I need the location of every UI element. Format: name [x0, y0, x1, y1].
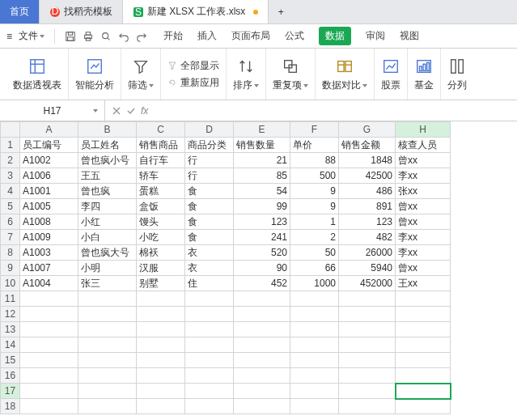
cell[interactable]: 42500 [339, 168, 396, 184]
cell[interactable]: 商品分类 [185, 138, 234, 153]
ribbon-tab-formula[interactable]: 公式 [285, 29, 304, 43]
cell[interactable]: 员工编号 [20, 138, 78, 153]
file-menu[interactable]: 文件 [19, 29, 44, 43]
cell[interactable] [78, 399, 137, 414]
cell[interactable] [234, 399, 290, 414]
cell[interactable]: 88 [290, 153, 339, 168]
undo-icon[interactable] [118, 31, 129, 42]
cell[interactable]: A1005 [20, 199, 78, 214]
cell[interactable]: 棉袄 [137, 245, 185, 261]
column-header[interactable]: E [234, 122, 290, 138]
row-header[interactable]: 1 [1, 138, 20, 153]
cell[interactable] [20, 307, 78, 322]
hamburger-menu[interactable]: ≡ [6, 31, 12, 42]
cell[interactable] [185, 337, 234, 353]
row-header[interactable]: 13 [1, 322, 20, 337]
cell[interactable] [234, 322, 290, 337]
cell[interactable] [396, 291, 451, 307]
cell[interactable]: 销售商品 [137, 138, 185, 153]
cell[interactable]: 小红 [78, 214, 137, 230]
cell[interactable]: 李xx [396, 245, 451, 261]
cell[interactable]: A1006 [20, 168, 78, 184]
cell[interactable]: 曾xx [396, 199, 451, 214]
formula-input[interactable] [153, 105, 274, 117]
cell[interactable]: A1004 [20, 276, 78, 291]
cell[interactable]: 员工姓名 [78, 138, 137, 153]
split-column-button[interactable]: 分列 [441, 49, 473, 100]
cell[interactable] [137, 399, 185, 414]
row-header[interactable]: 10 [1, 276, 20, 291]
cell[interactable] [20, 368, 78, 384]
cell[interactable] [137, 368, 185, 384]
cell[interactable]: 别墅 [137, 276, 185, 291]
preview-icon[interactable] [100, 31, 112, 42]
row-header[interactable]: 14 [1, 337, 20, 353]
cell[interactable] [396, 353, 451, 368]
tab-document[interactable]: S 新建 XLSX 工作表.xlsx [123, 0, 269, 23]
sort-button[interactable]: 排序 [227, 49, 266, 100]
cell[interactable] [234, 353, 290, 368]
cell[interactable]: 486 [339, 184, 396, 199]
cell[interactable]: 食 [185, 184, 234, 199]
fund-button[interactable]: 基金 [408, 49, 441, 100]
cell[interactable] [20, 337, 78, 353]
cell[interactable]: 汉服 [137, 261, 185, 276]
cell[interactable]: 曾xx [396, 153, 451, 168]
cell[interactable]: A1002 [20, 153, 78, 168]
cell[interactable]: 482 [339, 230, 396, 245]
cell[interactable] [78, 291, 137, 307]
cell[interactable] [339, 307, 396, 322]
row-header[interactable]: 6 [1, 214, 20, 230]
cell[interactable] [290, 337, 339, 353]
cell[interactable]: 小吃 [137, 230, 185, 245]
column-header[interactable]: B [78, 122, 137, 138]
dedup-button[interactable]: 重复项 [266, 49, 316, 100]
cell[interactable]: 891 [339, 199, 396, 214]
cell[interactable] [290, 291, 339, 307]
cell[interactable] [78, 337, 137, 353]
cell[interactable]: 9 [290, 184, 339, 199]
cell[interactable] [396, 399, 451, 414]
row-header[interactable]: 2 [1, 153, 20, 168]
cell[interactable]: 李四 [78, 199, 137, 214]
cell[interactable] [290, 353, 339, 368]
row-header[interactable]: 9 [1, 261, 20, 276]
cell[interactable]: A1001 [20, 184, 78, 199]
column-header[interactable]: A [20, 122, 78, 138]
cell[interactable]: 住 [185, 276, 234, 291]
cell[interactable]: 销售数量 [234, 138, 290, 153]
cell[interactable]: 王xx [396, 276, 451, 291]
cell[interactable] [396, 368, 451, 384]
cell[interactable] [339, 322, 396, 337]
cell[interactable]: 54 [234, 184, 290, 199]
cell[interactable]: 王五 [78, 168, 137, 184]
cell[interactable]: 衣 [185, 261, 234, 276]
cell[interactable] [234, 291, 290, 307]
filter-button[interactable]: 筛选 [121, 49, 161, 100]
cell[interactable]: 1000 [290, 276, 339, 291]
cell[interactable]: 衣 [185, 245, 234, 261]
cell[interactable]: 1848 [339, 153, 396, 168]
redo-icon[interactable] [136, 31, 147, 42]
cell[interactable] [20, 399, 78, 414]
cell[interactable]: 曾xx [396, 214, 451, 230]
cell[interactable] [137, 307, 185, 322]
cell[interactable] [290, 368, 339, 384]
cell[interactable] [339, 353, 396, 368]
cell[interactable]: 食 [185, 199, 234, 214]
cell[interactable]: 馒头 [137, 214, 185, 230]
cell[interactable] [185, 307, 234, 322]
cell[interactable] [20, 322, 78, 337]
pivot-table-button[interactable]: 数据透视表 [6, 49, 69, 100]
compare-button[interactable]: 数据对比 [316, 49, 375, 100]
cell[interactable]: 500 [290, 168, 339, 184]
cell[interactable]: 食 [185, 230, 234, 245]
cell[interactable]: 520 [234, 245, 290, 261]
cell[interactable]: 26000 [339, 245, 396, 261]
cell[interactable]: 21 [234, 153, 290, 168]
cancel-icon[interactable] [112, 106, 121, 116]
confirm-icon[interactable] [126, 106, 136, 116]
cell[interactable] [78, 353, 137, 368]
cell[interactable] [234, 368, 290, 384]
cell[interactable] [20, 353, 78, 368]
